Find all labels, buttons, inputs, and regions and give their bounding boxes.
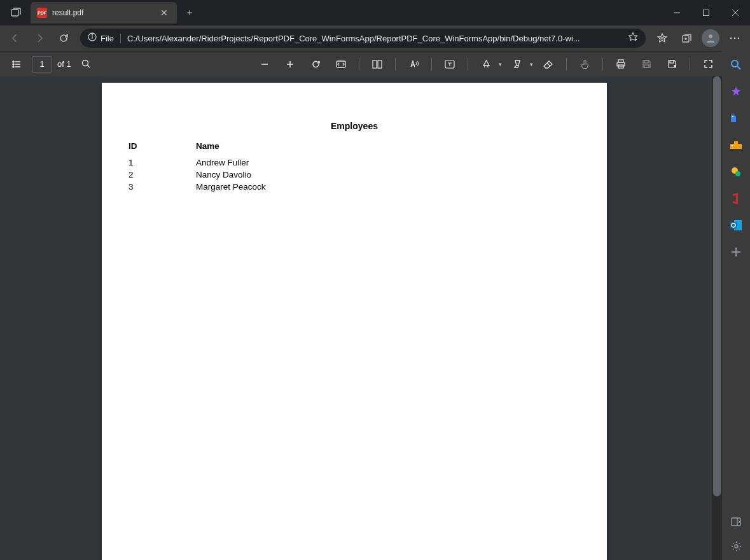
scrollbar-thumb[interactable] <box>713 76 721 496</box>
employees-table: ID Name 1Andrew Fuller 2Nancy Davolio 3M… <box>127 140 267 193</box>
toolbar-separator <box>566 58 567 71</box>
svg-rect-47 <box>732 145 733 146</box>
column-header-name: Name <box>196 141 266 156</box>
sidebar-shopping-icon[interactable] <box>728 111 744 126</box>
collections-button[interactable] <box>675 28 698 48</box>
table-row: 1Andrew Fuller <box>128 157 266 168</box>
touch-button[interactable] <box>574 54 595 74</box>
pdf-toolbar: of 1 ▾ ▾ <box>0 51 750 76</box>
cell-id: 1 <box>128 157 195 168</box>
find-button[interactable] <box>76 54 97 74</box>
svg-line-43 <box>737 66 740 69</box>
new-tab-button[interactable]: ＋ <box>181 4 198 22</box>
window-maximize-button[interactable] <box>691 0 721 25</box>
menu-button[interactable] <box>723 28 746 48</box>
page-view-button[interactable] <box>367 54 387 74</box>
toolbar-separator <box>431 58 432 71</box>
window-minimize-button[interactable] <box>662 0 691 25</box>
nav-back-button[interactable] <box>4 28 27 48</box>
svg-point-57 <box>735 545 738 548</box>
svg-point-42 <box>732 60 738 67</box>
pdf-favicon-icon: PDF <box>37 8 47 18</box>
svg-rect-55 <box>732 518 740 526</box>
svg-rect-2 <box>704 10 709 16</box>
print-button[interactable] <box>611 54 631 74</box>
toolbar-separator <box>468 58 468 71</box>
svg-rect-29 <box>373 60 377 68</box>
svg-point-7 <box>92 35 93 36</box>
svg-point-13 <box>709 34 712 38</box>
address-bar[interactable]: File C:/Users/Alexander/RiderProjects/Re… <box>80 29 646 48</box>
sidebar-office-icon[interactable] <box>728 191 744 206</box>
save-button[interactable] <box>636 54 656 74</box>
sidebar-settings-icon[interactable] <box>728 538 744 554</box>
edge-sidebar <box>722 51 750 560</box>
cell-id: 2 <box>128 169 195 180</box>
svg-point-44 <box>732 116 733 117</box>
sidebar-copilot-icon[interactable] <box>728 84 744 99</box>
window-close-button[interactable] <box>721 0 750 25</box>
toolbar-separator <box>395 58 396 71</box>
favorite-star-icon[interactable] <box>628 32 638 45</box>
svg-point-16 <box>738 38 740 39</box>
save-as-button[interactable] <box>662 54 682 74</box>
tab-close-button[interactable]: ✕ <box>158 6 170 19</box>
cell-name: Nancy Davolio <box>196 169 266 180</box>
sidebar-add-icon[interactable] <box>728 244 744 260</box>
toolbar-separator <box>359 58 359 71</box>
svg-point-15 <box>734 38 736 39</box>
svg-rect-40 <box>670 60 674 63</box>
zoom-in-button[interactable] <box>280 54 300 74</box>
svg-line-24 <box>88 66 90 68</box>
browser-tab[interactable]: PDF result.pdf ✕ <box>31 2 177 24</box>
window-titlebar: PDF result.pdf ✕ ＋ <box>0 0 750 25</box>
svg-rect-38 <box>644 60 648 63</box>
svg-rect-39 <box>644 65 649 67</box>
nav-forward-button[interactable] <box>28 28 51 48</box>
svg-point-23 <box>83 60 88 66</box>
sidebar-outlook-icon[interactable] <box>728 218 744 233</box>
toolbar-separator <box>602 58 603 71</box>
sidebar-game-icon[interactable] <box>728 164 744 179</box>
toggle-sidebar-button[interactable] <box>6 54 27 74</box>
chevron-down-icon[interactable]: ▾ <box>499 61 502 67</box>
svg-point-49 <box>735 171 740 176</box>
sidebar-search-icon[interactable] <box>728 57 744 73</box>
cell-id: 3 <box>128 181 195 192</box>
favorites-button[interactable] <box>651 28 674 48</box>
page-number-input[interactable] <box>32 56 52 73</box>
add-text-button[interactable] <box>440 54 460 74</box>
cell-name: Andrew Fuller <box>196 157 266 168</box>
toolbar-separator <box>690 58 690 71</box>
nav-reload-button[interactable] <box>52 28 75 48</box>
scrollbar-track[interactable] <box>712 76 722 560</box>
erase-button[interactable] <box>538 54 559 74</box>
draw-button[interactable] <box>476 54 496 74</box>
svg-point-21 <box>13 66 14 67</box>
pdf-viewer[interactable]: Employees ID Name 1Andrew Fuller 2Nancy … <box>0 76 722 560</box>
chevron-down-icon[interactable]: ▾ <box>530 61 533 67</box>
svg-point-17 <box>13 61 14 62</box>
sidebar-collapse-icon[interactable] <box>728 514 744 529</box>
fit-page-button[interactable] <box>331 54 351 74</box>
svg-rect-46 <box>734 141 738 144</box>
column-header-id: ID <box>128 141 195 156</box>
url-scheme: File <box>101 34 121 43</box>
address-toolbar: File C:/Users/Alexander/RiderProjects/Re… <box>0 25 750 51</box>
profile-avatar-button[interactable] <box>702 29 719 47</box>
zoom-out-button[interactable] <box>254 54 275 74</box>
tab-title: result.pdf <box>52 8 158 17</box>
highlight-button[interactable] <box>507 54 527 74</box>
fullscreen-button[interactable] <box>698 54 718 74</box>
svg-point-19 <box>13 64 14 65</box>
svg-point-14 <box>730 38 732 39</box>
site-info-icon[interactable] <box>88 32 97 44</box>
svg-rect-0 <box>11 10 18 16</box>
cell-name: Margaret Peacock <box>196 181 266 192</box>
tab-actions-button[interactable] <box>5 3 27 23</box>
table-row: 2Nancy Davolio <box>128 169 266 180</box>
read-aloud-button[interactable] <box>403 54 424 74</box>
svg-rect-30 <box>378 60 382 68</box>
rotate-button[interactable] <box>305 54 326 74</box>
sidebar-tools-icon[interactable] <box>728 137 744 153</box>
